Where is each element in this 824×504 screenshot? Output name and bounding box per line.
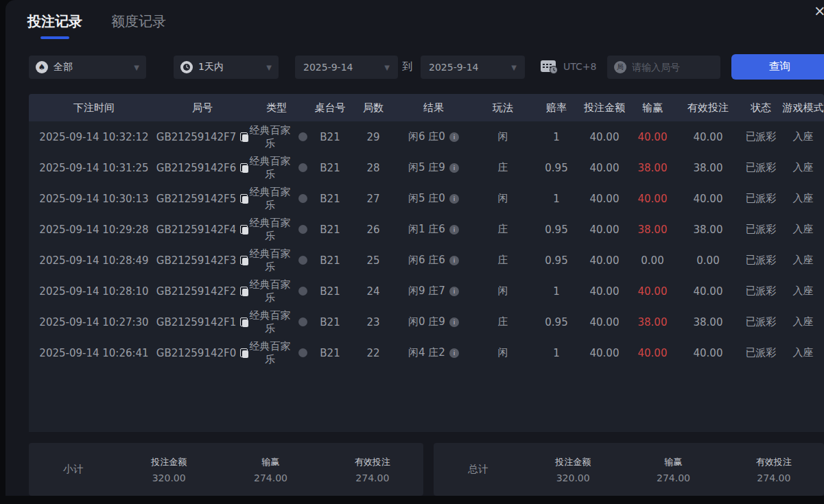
copy-icon[interactable] [240, 256, 248, 265]
cell-result: 闲6 庄0i [394, 130, 473, 143]
cell-bet-time: 2025-09-14 10:28:10 [29, 285, 159, 298]
cell-game-mode: 入座 [782, 285, 824, 298]
game-type-select[interactable]: ♠ 全部 ▼ [29, 56, 146, 79]
chevron-down-icon: ▼ [134, 64, 139, 71]
cell-table-no: B21 [307, 254, 353, 267]
info-icon[interactable]: i [449, 163, 459, 173]
info-icon[interactable]: i [449, 132, 459, 142]
subtotal-valid: 有效投注 274.00 [322, 456, 423, 483]
tab-quota-records[interactable]: 额度记录 [111, 12, 166, 39]
cell-round-no: 26 [353, 224, 394, 236]
cell-round-no: 28 [353, 162, 394, 174]
game-type-dot-icon [298, 225, 307, 234]
date-to-label: 到 [402, 60, 412, 73]
cell-win-loss: 40.00 [628, 285, 676, 298]
cell-table-no: B21 [307, 316, 353, 328]
table-row: 2025-09-14 10:31:25 GB21259142F6 经典百家乐 B… [29, 152, 824, 183]
copy-icon[interactable] [240, 194, 248, 204]
cell-win-loss: 38.00 [628, 162, 676, 174]
table-header-row: 下注时间 局号 类型 桌台号 局数 结果 玩法 赔率 投注金额 输赢 有效投注 … [29, 94, 824, 121]
close-icon[interactable]: × [814, 3, 824, 19]
cell-game-mode: 入座 [782, 223, 824, 236]
cell-play: 庄 [473, 161, 532, 174]
copy-icon[interactable] [240, 287, 248, 296]
search-button[interactable]: 查询 [731, 54, 824, 80]
total-label: 总计 [434, 463, 523, 476]
cell-play: 庄 [473, 315, 532, 328]
cell-type: 经典百家乐 [246, 217, 307, 243]
copy-icon[interactable] [240, 348, 248, 358]
cell-bet-amount: 40.00 [580, 347, 628, 359]
cell-table-no: B21 [307, 193, 353, 205]
copy-icon[interactable] [240, 163, 248, 173]
date-to-select[interactable]: 2025-9-14 ▼ [421, 56, 525, 79]
active-tab-underline [40, 36, 69, 39]
cell-status: 已派彩 [740, 254, 782, 267]
cell-odds: 1 [532, 193, 580, 205]
cell-result: 闲4 庄2i [394, 346, 473, 359]
cell-game-mode: 入座 [782, 130, 824, 143]
col-header-round-no: 局数 [353, 101, 394, 115]
cell-result: 闲5 庄9i [394, 161, 473, 174]
cell-result: 闲0 庄9i [394, 315, 473, 328]
subtotal-panel: 小计 投注金额 320.00 输赢 274.00 有效投注 274.00 [29, 443, 423, 496]
copy-icon[interactable] [240, 225, 248, 235]
chevron-down-icon: ▼ [384, 64, 390, 71]
tab-betting-records[interactable]: 投注记录 [27, 12, 82, 39]
cell-odds: 0.95 [532, 224, 580, 236]
cell-round-no: 24 [353, 285, 394, 298]
cell-win-loss: 40.00 [628, 193, 676, 205]
round-number-field[interactable]: 局 [607, 56, 720, 79]
cell-table-no: B21 [307, 162, 353, 174]
cell-round-id: GB21259142F4 [159, 224, 246, 236]
copy-icon[interactable] [240, 317, 248, 327]
total-valid: 有效投注 274.00 [724, 456, 824, 483]
cell-win-loss: 38.00 [628, 316, 676, 328]
cell-table-no: B21 [307, 131, 353, 143]
cell-bet-time: 2025-09-14 10:30:13 [29, 193, 159, 205]
subtotal-win: 输赢 274.00 [220, 456, 321, 483]
cell-valid-bet: 40.00 [676, 285, 740, 298]
cell-game-mode: 入座 [782, 346, 824, 359]
cell-status: 已派彩 [740, 315, 782, 328]
spade-icon: ♠ [36, 61, 48, 73]
cell-bet-amount: 40.00 [580, 193, 628, 205]
time-range-select[interactable]: 1天内 ▼ [174, 56, 279, 79]
cell-status: 已派彩 [740, 161, 782, 174]
cell-round-id: GB21259142F6 [159, 162, 246, 174]
cell-bet-amount: 40.00 [580, 316, 628, 328]
chevron-down-icon: ▼ [511, 64, 517, 71]
cell-result: 闲9 庄7i [394, 285, 473, 298]
cell-status: 已派彩 [740, 285, 782, 298]
clock-icon [180, 61, 193, 73]
cell-game-mode: 入座 [782, 315, 824, 328]
cell-bet-time: 2025-09-14 10:28:49 [29, 254, 159, 267]
cell-bet-time: 2025-09-14 10:29:28 [29, 224, 159, 236]
betting-records-window: × 投注记录 额度记录 ♠ 全部 ▼ 1天内 ▼ 2025-9-14 ▼ 到 [0, 0, 824, 504]
info-icon[interactable]: i [449, 287, 459, 296]
cell-round-no: 27 [353, 193, 394, 205]
date-from-select[interactable]: 2025-9-14 ▼ [295, 56, 398, 79]
game-type-dot-icon [298, 348, 307, 357]
copy-icon[interactable] [240, 132, 248, 142]
game-type-value: 全部 [54, 61, 73, 73]
col-header-odds: 赔率 [532, 101, 580, 115]
cell-round-id: GB21259142F3 [159, 254, 246, 267]
cell-win-loss: 38.00 [628, 224, 676, 236]
cell-round-id: GB21259142F2 [159, 285, 246, 298]
cell-odds: 0.95 [532, 254, 580, 267]
cell-type: 经典百家乐 [246, 248, 307, 274]
cell-round-id: GB21259142F5 [159, 193, 246, 205]
info-icon[interactable]: i [449, 194, 459, 204]
game-type-dot-icon [298, 132, 307, 141]
cell-bet-time: 2025-09-14 10:31:25 [29, 162, 159, 174]
round-number-input[interactable] [632, 62, 714, 73]
info-icon[interactable]: i [449, 225, 459, 235]
cell-odds: 0.95 [532, 162, 580, 174]
cell-bet-time: 2025-09-14 10:32:12 [29, 131, 159, 143]
info-icon[interactable]: i [449, 317, 459, 327]
cell-round-no: 23 [353, 316, 394, 328]
info-icon[interactable]: i [449, 348, 459, 358]
cell-game-mode: 入座 [782, 192, 824, 205]
info-icon[interactable]: i [449, 256, 459, 265]
